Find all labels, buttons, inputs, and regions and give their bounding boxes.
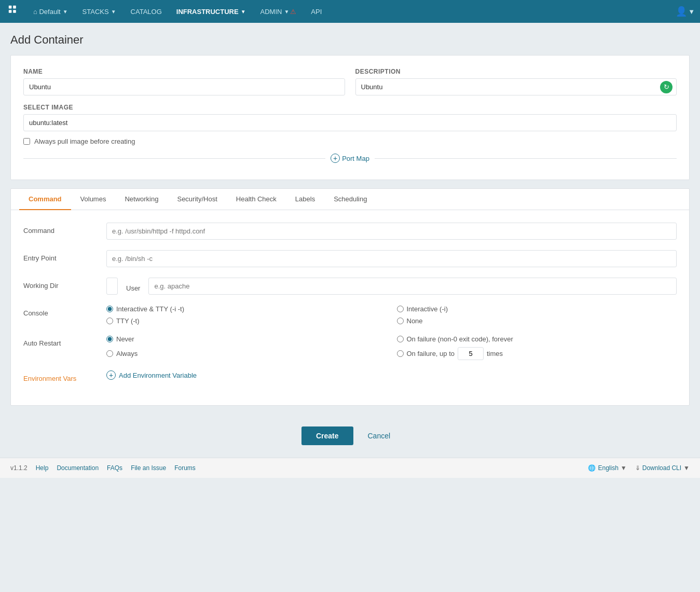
- user-input[interactable]: [148, 278, 677, 295]
- always-pull-label: Always pull image before creating: [34, 137, 135, 145]
- tabs-card: Command Volumes Networking Security/Host…: [10, 188, 690, 406]
- console-tty-radio[interactable]: [106, 318, 113, 324]
- add-env-button[interactable]: + Add Environment Variable: [106, 370, 197, 380]
- user-caret[interactable]: ▼: [688, 8, 695, 16]
- name-input[interactable]: [23, 78, 345, 95]
- tab-scheduling[interactable]: Scheduling: [324, 189, 376, 210]
- console-radio-grid: Interactive & TTY (-i -t) Interactive (-…: [106, 305, 677, 325]
- restart-on-failure-times-radio[interactable]: [397, 350, 404, 357]
- dir-user-inline: User: [106, 278, 677, 295]
- download-cli[interactable]: ⇓ Download CLI ▼: [635, 464, 690, 472]
- language-label[interactable]: English: [598, 464, 618, 472]
- language-selector[interactable]: 🌐 English ▼: [588, 464, 626, 472]
- restart-on-failure-forever-row: On failure (non-0 exit code), forever: [397, 335, 677, 343]
- console-none-label: None: [407, 317, 423, 325]
- footer: v1.1.2 Help Documentation FAQs File an I…: [0, 458, 700, 478]
- auto-restart-label: Auto Restart: [23, 335, 106, 347]
- tab-security[interactable]: Security/Host: [168, 189, 226, 210]
- tab-health[interactable]: Health Check: [227, 189, 286, 210]
- download-icon: ⇓: [635, 464, 640, 472]
- description-input[interactable]: [355, 78, 677, 95]
- working-dir-user-row: Working Dir User: [23, 278, 677, 295]
- env-vars-row: Environment Vars + Add Environment Varia…: [23, 370, 677, 382]
- nav-default[interactable]: ⌂ Default ▼: [26, 0, 75, 23]
- restart-on-failure-radio[interactable]: [397, 336, 404, 342]
- lang-caret: ▼: [621, 464, 627, 472]
- auto-restart-row: Auto Restart Never On failure (non: [23, 335, 677, 360]
- env-vars-label: Environment Vars: [23, 370, 106, 382]
- restart-on-failure-label: On failure (non-0 exit code), forever: [407, 335, 513, 343]
- file-issue-link[interactable]: File an Issue: [131, 464, 166, 472]
- command-field-label: Command: [23, 223, 106, 235]
- description-wrapper: ↻: [355, 78, 677, 95]
- working-dir-user-fields: User: [106, 278, 677, 295]
- console-interactive-tty-label: Interactive & TTY (-i -t): [116, 305, 184, 313]
- nav-api[interactable]: API: [304, 0, 329, 23]
- tab-labels[interactable]: Labels: [286, 189, 324, 210]
- command-input[interactable]: [106, 223, 677, 240]
- tabs-header: Command Volumes Networking Security/Host…: [11, 189, 689, 210]
- tab-command[interactable]: Command: [19, 189, 71, 210]
- console-field: Interactive & TTY (-i -t) Interactive (-…: [106, 305, 677, 325]
- nav-infrastructure[interactable]: INFRASTRUCTURE ▼: [169, 0, 253, 23]
- description-group: Description ↻: [355, 68, 677, 95]
- create-button[interactable]: Create: [301, 426, 353, 445]
- container-basic-card: Name Description ↻ Select Image Always p…: [10, 55, 690, 180]
- download-cli-label[interactable]: Download CLI: [642, 464, 681, 472]
- entry-point-row: Entry Point: [23, 250, 677, 267]
- main-content: Add Container Name Description ↻ Select …: [0, 23, 700, 458]
- refresh-button[interactable]: ↻: [660, 81, 672, 93]
- actions-row: Create Cancel: [10, 414, 690, 458]
- user-field-label: User: [126, 280, 140, 292]
- always-pull-row: Always pull image before creating: [23, 137, 677, 145]
- image-input[interactable]: [23, 114, 677, 131]
- console-label: Console: [23, 305, 106, 317]
- auto-restart-field: Never On failure (non-0 exit code), fore…: [106, 335, 677, 360]
- failure-times-input[interactable]: [458, 347, 484, 360]
- svg-rect-2: [9, 10, 12, 13]
- documentation-link[interactable]: Documentation: [57, 464, 99, 472]
- console-interactive-label: Interactive (-i): [407, 305, 448, 313]
- add-env-plus-icon: +: [106, 370, 116, 380]
- footer-right: 🌐 English ▼ ⇓ Download CLI ▼: [588, 464, 690, 472]
- cancel-button[interactable]: Cancel: [360, 426, 399, 445]
- user-icon[interactable]: 👤: [676, 6, 687, 17]
- tab-content-command: Command Entry Point Working Dir User: [11, 210, 689, 405]
- svg-rect-3: [13, 10, 16, 13]
- entry-point-input[interactable]: [106, 250, 677, 267]
- name-description-row: Name Description ↻: [23, 68, 677, 95]
- help-link[interactable]: Help: [36, 464, 49, 472]
- console-tty-label: TTY (-t): [116, 317, 140, 325]
- console-interactive-tty-radio[interactable]: [106, 306, 113, 312]
- tab-networking[interactable]: Networking: [115, 189, 168, 210]
- svg-rect-0: [9, 6, 12, 9]
- times-suffix: times: [487, 350, 503, 357]
- restart-never-radio[interactable]: [106, 336, 113, 342]
- faqs-link[interactable]: FAQs: [107, 464, 122, 472]
- console-none-radio[interactable]: [397, 318, 404, 324]
- entry-point-label: Entry Point: [23, 250, 106, 262]
- port-map-row[interactable]: + Port Map: [23, 154, 677, 163]
- port-map-button[interactable]: + Port Map: [331, 154, 369, 163]
- nav-stacks[interactable]: STACKS ▼: [75, 0, 123, 23]
- env-vars-field: + Add Environment Variable: [106, 370, 677, 380]
- nav-admin[interactable]: ADMIN ▼ ⚠: [253, 0, 304, 23]
- tab-volumes[interactable]: Volumes: [71, 189, 116, 210]
- nav-right: 👤 ▼: [676, 6, 695, 17]
- restart-always-row: Always: [106, 347, 387, 360]
- console-tty-row: TTY (-t): [106, 317, 387, 325]
- always-pull-checkbox[interactable]: [23, 138, 30, 145]
- brand-logo[interactable]: [5, 2, 24, 21]
- console-interactive-tty-row: Interactive & TTY (-i -t): [106, 305, 387, 313]
- restart-on-failure-times-label: On failure, up to: [407, 350, 455, 357]
- forums-link[interactable]: Forums: [174, 464, 196, 472]
- nav-catalog[interactable]: CATALOG: [123, 0, 169, 23]
- add-env-label: Add Environment Variable: [119, 371, 197, 379]
- download-caret: ▼: [683, 464, 690, 472]
- working-dir-input[interactable]: [106, 278, 118, 295]
- version: v1.1.2: [10, 464, 28, 472]
- restart-always-radio[interactable]: [106, 350, 113, 357]
- console-none-row: None: [397, 317, 677, 325]
- console-interactive-radio[interactable]: [397, 306, 404, 312]
- svg-rect-1: [13, 6, 16, 9]
